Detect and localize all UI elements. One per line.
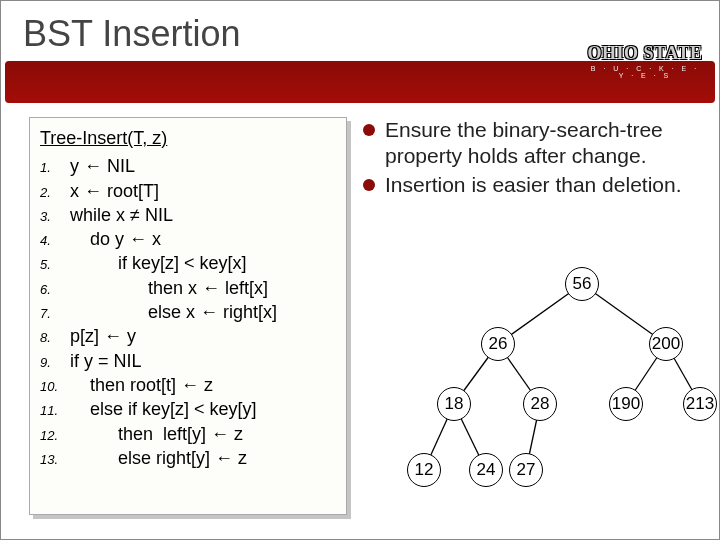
code-text: else x ← right[x] [70,300,277,324]
code-line: 8.p[z] ← y [40,324,340,348]
code-line: 10.then root[t] ← z [40,373,340,397]
code-line: 11.else if key[z] < key[y] [40,397,340,421]
code-text: x ← root[T] [70,179,159,203]
code-line: 6.then x ← left[x] [40,276,340,300]
tree-node: 12 [407,453,441,487]
code-text: do y ← x [70,227,161,251]
line-number: 1. [40,159,70,177]
accent-bar: OHIO STATE B · U · C · K · E · Y · E · S [5,61,715,103]
code-line: 3.while x ≠ NIL [40,203,340,227]
line-number: 7. [40,305,70,323]
logo-main-text: OHIO STATE [585,43,705,64]
title-area: BST Insertion OHIO STATE B · U · C · K ·… [1,1,719,103]
bullet-dot-icon [363,124,375,136]
bullet-text: Insertion is easier than deletion. [385,172,682,198]
bullet-list: Ensure the binary-search-tree property h… [361,117,705,198]
code-lines: 1.y ← NIL2.x ← root[T]3.while x ≠ NIL4.d… [40,154,340,470]
line-number: 4. [40,232,70,250]
tree-node: 28 [523,387,557,421]
tree-node: 24 [469,453,503,487]
tree-node: 27 [509,453,543,487]
code-text: then left[y] ← z [70,422,243,446]
tree-node: 190 [609,387,643,421]
code-text: if y = NIL [70,349,142,373]
bullet-dot-icon [363,179,375,191]
line-number: 10. [40,378,70,396]
code-header-text: Tree-Insert(T, z) [40,128,167,148]
code-header: Tree-Insert(T, z) [40,126,340,150]
code-line: 13.else right[y] ← z [40,446,340,470]
content-row: Tree-Insert(T, z) 1.y ← NIL2.x ← root[T]… [1,103,719,515]
code-text: y ← NIL [70,154,135,178]
code-text: while x ≠ NIL [70,203,173,227]
line-number: 5. [40,256,70,274]
tree-node: 26 [481,327,515,361]
bullet-item: Insertion is easier than deletion. [361,172,705,198]
line-number: 13. [40,451,70,469]
code-line: 7.else x ← right[x] [40,300,340,324]
tree-node: 200 [649,327,683,361]
line-number: 9. [40,354,70,372]
code-text: if key[z] < key[x] [70,251,247,275]
code-line: 1.y ← NIL [40,154,340,178]
logo-sub-text: B · U · C · K · E · Y · E · S [585,65,705,79]
line-number: 8. [40,329,70,347]
tree-node: 18 [437,387,471,421]
right-column: Ensure the binary-search-tree property h… [361,117,705,515]
bst-tree: 56262001828190213122427 [353,267,713,527]
bullet-item: Ensure the binary-search-tree property h… [361,117,705,170]
code-text: p[z] ← y [70,324,136,348]
bullet-text: Ensure the binary-search-tree property h… [385,117,705,170]
code-text: then root[t] ← z [70,373,213,397]
code-line: 12.then left[y] ← z [40,422,340,446]
tree-node: 213 [683,387,717,421]
code-line: 9.if y = NIL [40,349,340,373]
ohio-state-logo: OHIO STATE B · U · C · K · E · Y · E · S [585,43,705,103]
code-line: 2.x ← root[T] [40,179,340,203]
slide: BST Insertion OHIO STATE B · U · C · K ·… [0,0,720,540]
line-number: 2. [40,184,70,202]
line-number: 12. [40,427,70,445]
tree-node: 56 [565,267,599,301]
line-number: 3. [40,208,70,226]
pseudocode-panel: Tree-Insert(T, z) 1.y ← NIL2.x ← root[T]… [29,117,347,515]
code-text: else if key[z] < key[y] [70,397,257,421]
code-line: 4.do y ← x [40,227,340,251]
code-line: 5.if key[z] < key[x] [40,251,340,275]
line-number: 6. [40,281,70,299]
code-text: then x ← left[x] [70,276,268,300]
code-text: else right[y] ← z [70,446,247,470]
line-number: 11. [40,402,70,420]
